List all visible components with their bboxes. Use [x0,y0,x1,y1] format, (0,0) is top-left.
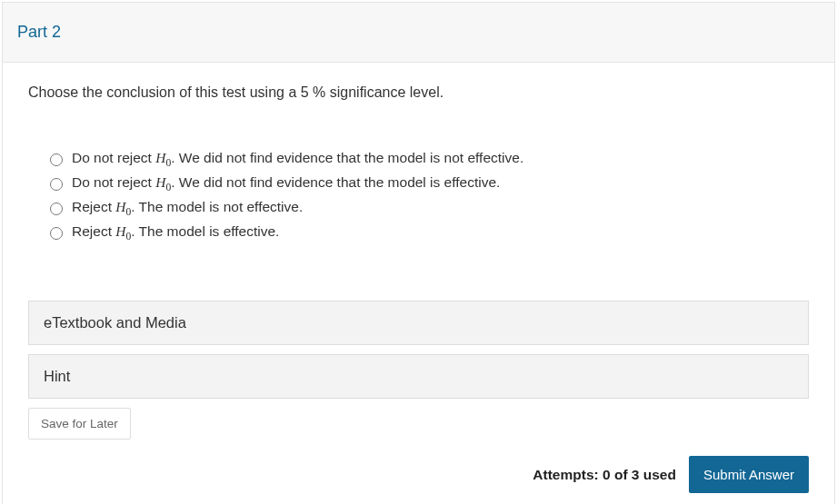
option-3-label: Reject H0. The model is not effective. [72,199,303,218]
question-sig-unit: % [309,84,326,100]
option-3-pre: Reject [72,199,115,214]
options-group: Do not reject H0. We did not find eviden… [28,150,809,242]
option-1-label: Do not reject H0. We did not find eviden… [72,150,523,169]
option-1[interactable]: Do not reject H0. We did not find eviden… [50,150,809,169]
option-2-label: Do not reject H0. We did not find eviden… [72,174,500,193]
h0-symbol: H0 [115,223,131,239]
option-4-pre: Reject [72,223,115,239]
option-3-post: . The model is not effective. [131,199,303,214]
h0-letter: H [115,223,125,239]
question-sig-value: 5 [301,84,309,100]
question-content: Choose the conclusion of this test using… [3,63,834,504]
question-suffix: significance level. [325,84,443,100]
option-1-pre: Do not reject [72,150,155,165]
option-2-post: . We did not find evidence that the mode… [171,174,500,190]
option-4-radio[interactable] [50,227,63,240]
question-part-container: Part 2 Choose the conclusion of this tes… [2,2,835,504]
option-2-radio[interactable] [50,178,63,191]
h0-letter: H [155,174,165,190]
h0-symbol: H0 [115,199,131,214]
h0-letter: H [155,150,165,165]
submit-answer-button[interactable]: Submit Answer [689,456,809,493]
option-4-post: . The model is effective. [131,223,279,239]
h0-symbol: H0 [155,174,171,190]
hint-panel-button[interactable]: Hint [28,354,809,399]
option-1-post: . We did not find evidence that the mode… [171,150,523,165]
option-3-radio[interactable] [50,203,63,215]
option-4[interactable]: Reject H0. The model is effective. [50,223,809,242]
option-4-label: Reject H0. The model is effective. [72,223,279,242]
part-header: Part 2 [3,3,834,63]
option-2-pre: Do not reject [72,174,155,190]
etextbook-panel-button[interactable]: eTextbook and Media [28,301,809,345]
option-2[interactable]: Do not reject H0. We did not find eviden… [50,174,809,193]
attempts-text: Attempts: 0 of 3 used [533,467,676,483]
option-3[interactable]: Reject H0. The model is not effective. [50,199,809,218]
footer-row: Attempts: 0 of 3 used Submit Answer [28,456,809,493]
h0-letter: H [115,199,125,214]
part-title: Part 2 [17,23,820,42]
question-prompt: Choose the conclusion of this test using… [28,84,809,101]
save-for-later-button[interactable]: Save for Later [28,408,131,440]
h0-symbol: H0 [155,150,171,165]
question-prefix: Choose the conclusion of this test using… [28,84,301,100]
option-1-radio[interactable] [50,153,63,166]
